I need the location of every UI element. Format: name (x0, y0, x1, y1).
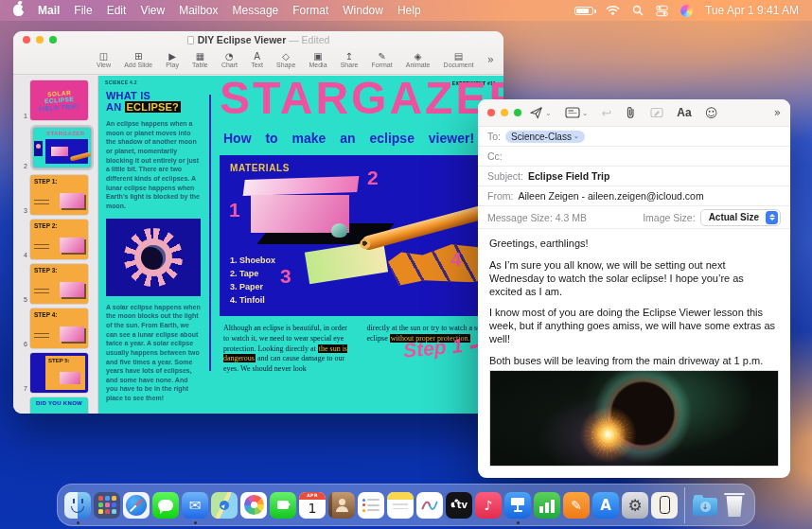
dock-pages-icon[interactable]: ✎ (563, 492, 590, 519)
selected-slide-highlight: STARGAZER (30, 125, 94, 170)
dock-photos-icon[interactable] (240, 492, 267, 519)
wifi-icon[interactable] (606, 6, 620, 16)
slide-thumbnail-2-selected[interactable]: STARGAZER (33, 128, 91, 168)
cc-field[interactable]: Cc: (478, 147, 790, 167)
format-icon: ✎ (378, 51, 385, 62)
running-indicator (517, 521, 520, 524)
dock-notes-icon[interactable] (387, 492, 414, 519)
menu-mailbox[interactable]: Mailbox (179, 4, 218, 17)
to-recipient-token[interactable]: Science-Class ⌄ (505, 131, 585, 143)
slide-thumbnail-6[interactable]: STEP 4: (30, 309, 88, 348)
dock-messages-icon[interactable] (152, 492, 179, 519)
slide-thumbnail-row: DID YOU KNOW (13, 397, 97, 414)
dock-freeform-icon[interactable] (416, 492, 443, 519)
dock-calendar-icon[interactable]: APR1 (299, 492, 326, 519)
menu-mail[interactable]: Mail (38, 4, 60, 17)
running-indicator (77, 521, 79, 524)
format-fonts-button[interactable]: Aa (677, 106, 691, 119)
format-button[interactable]: ✎Format (371, 51, 392, 69)
minimize-button[interactable] (501, 109, 508, 116)
slide-thumbnail-8[interactable]: DID YOU KNOW (30, 397, 88, 414)
chart-button[interactable]: ◔Chart (221, 51, 238, 69)
text-button[interactable]: AText (251, 51, 263, 69)
reply-indicator-icon: ↩ (601, 106, 611, 120)
dock-launchpad-icon[interactable] (94, 492, 120, 519)
materials-panel: MATERIALS 1 2 3 4 1. Shoebox 2. Tape 3. … (220, 155, 503, 316)
share-button[interactable]: ↥Share (341, 51, 359, 69)
dock-trash-icon[interactable] (721, 492, 748, 519)
menu-edit[interactable]: Edit (107, 4, 127, 17)
paperclip-icon (625, 106, 637, 119)
dock-facetime-icon[interactable] (270, 492, 296, 519)
menu-window[interactable]: Window (343, 4, 383, 17)
desktop: Mail File Edit View Mailbox Message Form… (0, 0, 812, 529)
table-button[interactable]: ▦Table (192, 51, 208, 69)
slide-thumbnail-4[interactable]: STEP 2: (30, 220, 88, 259)
from-field[interactable]: From: Aileen Zeigen - aileen.zeigen@iclo… (478, 186, 790, 206)
add-slide-icon: ⊞ (134, 51, 142, 62)
siri-icon[interactable] (680, 5, 693, 17)
emoji-picker-button[interactable]: ☺ (705, 106, 718, 120)
dock-numbers-icon[interactable] (534, 492, 560, 519)
to-field[interactable]: To: Science-Class ⌄ (478, 127, 790, 147)
control-center-icon[interactable] (656, 5, 668, 17)
running-indicator (194, 521, 197, 524)
slide-thumbnail-3[interactable]: STEP 1: (30, 175, 88, 215)
materials-heading: MATERIALS (230, 163, 290, 173)
animate-button[interactable]: ◈Animate (406, 51, 431, 69)
keynote-toolbar: ◫View ⊞Add Slide ▶Play ▦Table ◔Chart ATe… (13, 46, 503, 73)
dock-mail-icon[interactable]: ✉ (182, 492, 208, 519)
play-button[interactable]: ▶Play (166, 51, 179, 69)
dock-music-icon[interactable]: ♪ (475, 492, 502, 519)
menu-view[interactable]: View (140, 4, 165, 17)
slide-thumbnail-5[interactable]: STEP 3: (30, 264, 88, 304)
header-fields-icon (565, 107, 580, 118)
dock-maps-icon[interactable] (211, 492, 238, 519)
dock-settings-icon[interactable]: ⚙ (622, 492, 648, 519)
add-slide-button[interactable]: ⊞Add Slide (124, 51, 152, 69)
header-fields-button[interactable]: ⌄ (565, 107, 589, 118)
text-icon: A (254, 51, 260, 62)
toolbar-overflow-icon[interactable]: » (487, 53, 494, 66)
dock-appletv-icon[interactable]: tv (446, 492, 472, 519)
slide-thumbnail-row: 5 STEP 3: (13, 264, 97, 304)
toolbar-overflow-icon[interactable]: » (774, 106, 781, 119)
slide-canvas[interactable]: SCIENCE 4.2 EXPERIMENT #11 WHAT IS AN EC… (98, 76, 503, 414)
apple-menu-icon[interactable] (13, 5, 24, 16)
document-button[interactable]: ▤Document (444, 51, 474, 69)
shape-button[interactable]: ◇Shape (276, 51, 295, 69)
dock-iphone-mirroring-icon[interactable] (651, 492, 678, 519)
materials-number-3: 3 (280, 265, 291, 288)
menu-message[interactable]: Message (233, 4, 279, 17)
animate-icon: ◈ (415, 51, 422, 62)
attach-file-button[interactable] (625, 106, 637, 119)
image-size-select[interactable]: Actual Size (700, 209, 781, 226)
dock-safari-icon[interactable] (123, 492, 150, 519)
dock-contacts-icon[interactable] (328, 492, 355, 519)
dock-finder-icon[interactable] (64, 492, 91, 519)
media-button[interactable]: ▣Media (309, 51, 327, 69)
battery-icon[interactable] (574, 7, 593, 15)
dock-reminders-icon[interactable] (358, 492, 384, 519)
zoom-button[interactable] (514, 109, 521, 116)
view-button[interactable]: ◫View (97, 51, 111, 69)
slide-paragraph-2: A solar eclipse happens when the moon bl… (106, 303, 201, 403)
close-button[interactable] (487, 109, 495, 116)
dock-appstore-icon[interactable]: A (592, 492, 619, 519)
slide-navigator: 1 SOLAR ECLIPSE FIELD TRIP! 2 STARGAZER (13, 76, 98, 414)
menu-format[interactable]: Format (292, 4, 328, 17)
dock-keynote-icon[interactable] (504, 492, 531, 519)
spotlight-search-icon[interactable] (632, 5, 644, 16)
menu-clock[interactable]: Tue Apr 1 9:41 AM (705, 4, 799, 17)
dock-downloads-icon[interactable]: ↓ (692, 492, 718, 519)
message-body[interactable]: Greetings, earthlings! As I’m sure you a… (478, 229, 790, 369)
body-paragraph: Greetings, earthlings! (489, 238, 779, 251)
chevron-down-icon: ⌄ (582, 109, 589, 117)
slide-thumbnail-1[interactable]: SOLAR ECLIPSE FIELD TRIP! (30, 80, 88, 120)
send-button[interactable]: ⌄ (529, 106, 552, 119)
eclipse-photo-attachment[interactable] (489, 370, 779, 467)
subject-field[interactable]: Subject: Eclipse Field Trip (478, 167, 790, 186)
menu-file[interactable]: File (74, 4, 92, 17)
menu-help[interactable]: Help (397, 4, 421, 17)
slide-thumbnail-7[interactable]: STEP 5: (30, 353, 88, 393)
